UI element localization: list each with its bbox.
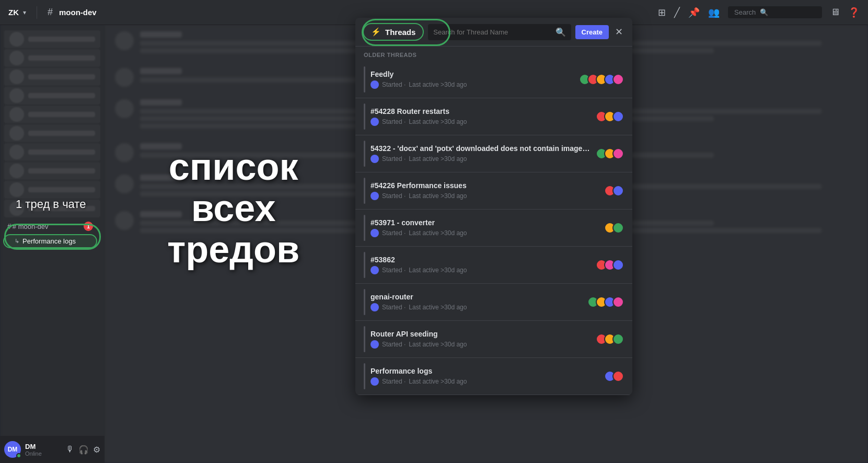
screen-icon[interactable]: 🖥 [830, 7, 840, 18]
sidebar-line-6 [28, 131, 95, 136]
topbar-left: ZK ▾ # moon-dev [8, 6, 97, 19]
fake-name-5 [140, 175, 182, 181]
thread-left-bar [364, 103, 365, 130]
thread-left-bar [364, 141, 365, 167]
sidebar-line-10 [28, 206, 95, 211]
thread-participant-avatar [612, 259, 624, 271]
thread-left-bar [364, 215, 365, 241]
thread-main: Performance logsStarted ·Last active >30… [371, 367, 600, 386]
thread-title: 54322 - 'docx' and 'potx' downloaded doe… [371, 144, 592, 153]
sidebar-item-5 [4, 106, 100, 123]
sidebar-avatar-9 [9, 182, 24, 197]
user-status-bottom: Online [25, 450, 42, 457]
thread-left-bar [364, 178, 365, 204]
user-info-bottom: DM Online [25, 443, 42, 457]
thread-item[interactable]: Router API seedingStarted ·Last active >… [355, 321, 632, 358]
thread-item[interactable]: FeedlyStarted ·Last active >30d ago [355, 61, 632, 98]
create-button[interactable]: Create [575, 25, 609, 39]
fake-avatar-5 [115, 175, 134, 193]
fake-name-1 [140, 31, 182, 38]
thread-title: #54226 Performance issues [371, 181, 600, 190]
channel-name-topbar: moon-dev [59, 8, 97, 17]
pin-icon[interactable]: 📌 [688, 7, 700, 18]
mic-icon[interactable]: 🎙 [66, 445, 74, 455]
fake-avatar-1 [115, 31, 134, 50]
thread-active-label: Last active >30d ago [409, 155, 467, 163]
thread-active-label: Last active >30d ago [409, 118, 467, 125]
thread-avatars [604, 371, 624, 382]
thread-meta-avatar [371, 377, 379, 386]
thread-main: 54322 - 'docx' and 'potx' downloaded doe… [371, 144, 592, 163]
search-magnifier-icon: 🔍 [760, 8, 768, 16]
thread-title: Performance logs [371, 367, 600, 375]
sidebar-avatar-6 [9, 126, 24, 141]
thread-participant-avatar [612, 148, 624, 159]
threads-title-button[interactable]: ⚡ Threads [363, 23, 424, 41]
thread-active-label: Last active >30d ago [409, 341, 467, 348]
threads-title-label: Threads [385, 28, 415, 37]
thread-item[interactable]: Performance logsStarted ·Last active >30… [355, 358, 632, 395]
sidebar-item-8 [4, 162, 100, 180]
thread-main: Router API seedingStarted ·Last active >… [371, 330, 592, 349]
user-initials: DM [8, 446, 18, 453]
thread-item[interactable]: #53862Started ·Last active >30d ago [355, 247, 632, 284]
thread-started-label: Started · [382, 378, 406, 385]
thread-avatars [596, 259, 624, 271]
thread-meta: Started ·Last active >30d ago [371, 118, 592, 126]
thread-started-label: Started · [382, 267, 406, 274]
search-placeholder: Search [734, 8, 756, 16]
thread-active-label: Last active >30d ago [409, 304, 467, 311]
headphone-icon[interactable]: 🎧 [78, 445, 89, 455]
thread-main: genai-routerStarted ·Last active >30d ag… [371, 293, 583, 311]
thread-meta-avatar [371, 340, 379, 349]
thread-participant-avatar [612, 111, 624, 122]
workspace-name: ZK [8, 8, 19, 17]
thread-meta: Started ·Last active >30d ago [371, 80, 575, 89]
members-icon[interactable]: 👥 [708, 7, 720, 18]
settings-icon[interactable]: ⚙ [93, 445, 100, 455]
thread-meta: Started ·Last active >30d ago [371, 266, 592, 274]
sidebar-avatar-1 [9, 32, 24, 47]
hash-icon: # [7, 222, 11, 230]
thread-left-bar [364, 326, 365, 352]
sidebar-avatar-2 [9, 51, 24, 65]
sidebar-thread-item-performance-logs[interactable]: ↳ Performance logs [3, 234, 97, 248]
thread-item[interactable]: genai-routerStarted ·Last active >30d ag… [355, 284, 632, 321]
close-button[interactable]: ✕ [613, 24, 625, 40]
sidebar-channel-name[interactable]: # # moon-dev 1 [3, 219, 97, 233]
thread-item[interactable]: #54228 Router restartsStarted ·Last acti… [355, 98, 632, 135]
sidebar-item-10 [4, 200, 100, 217]
thread-participant-avatar [612, 371, 624, 382]
thread-meta: Started ·Last active >30d ago [371, 340, 592, 349]
thread-title: #54228 Router restarts [371, 107, 592, 115]
threads-topbar-icon[interactable]: ⊞ [658, 7, 666, 18]
thread-meta: Started ·Last active >30d ago [371, 229, 600, 237]
thread-item[interactable]: #54226 Performance issuesStarted ·Last a… [355, 172, 632, 210]
search-thread-bar[interactable]: 🔍 [428, 24, 571, 40]
thread-active-label: Last active >30d ago [409, 378, 467, 385]
thread-avatars [604, 222, 624, 234]
thread-main: #53971 - converterStarted ·Last active >… [371, 218, 600, 237]
sidebar-item-2 [4, 49, 100, 67]
sidebar-item-7 [4, 143, 100, 161]
chevron-down-icon[interactable]: ▾ [23, 9, 26, 16]
thread-left-bar [364, 66, 365, 92]
search-thread-icon: 🔍 [555, 27, 566, 37]
sidebar-line-5 [28, 112, 95, 117]
slash-icon[interactable]: ╱ [674, 7, 680, 18]
help-icon[interactable]: ❓ [848, 7, 860, 18]
thread-participant-avatar [612, 74, 624, 85]
thread-item[interactable]: 54322 - 'docx' and 'potx' downloaded doe… [355, 135, 632, 172]
thread-active-label: Last active >30d ago [409, 192, 467, 200]
thread-title: #53971 - converter [371, 218, 600, 227]
sidebar-line-8 [28, 168, 95, 173]
thread-item[interactable]: #53971 - converterStarted ·Last active >… [355, 210, 632, 247]
sidebar-line-1 [28, 37, 95, 42]
sidebar-line-9 [28, 187, 95, 192]
search-thread-input[interactable] [433, 28, 552, 36]
sidebar-line-4 [28, 93, 95, 98]
thread-title: Feedly [371, 70, 575, 78]
thread-main: #53862Started ·Last active >30d ago [371, 256, 592, 274]
sidebar-line-3 [28, 74, 95, 79]
search-bar[interactable]: Search 🔍 [728, 6, 822, 18]
